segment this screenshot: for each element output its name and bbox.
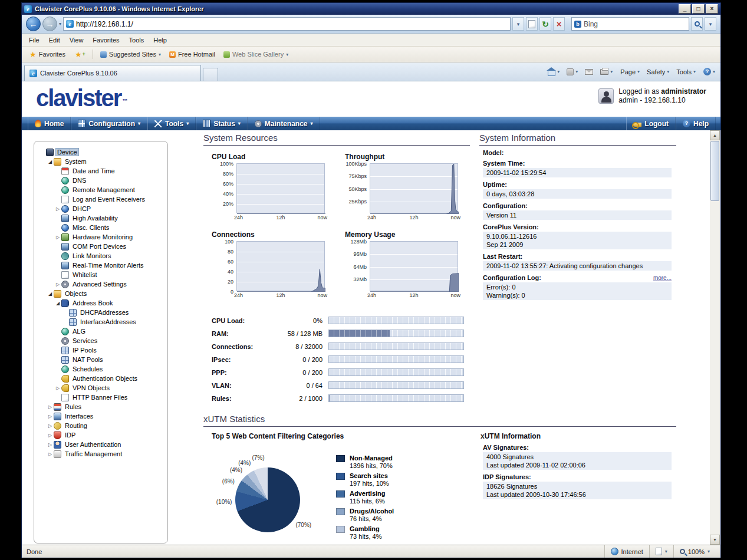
tree-item-dhcpaddresses[interactable]: DHCPAddresses (37, 308, 165, 317)
scroll-down-button[interactable]: ▼ (710, 535, 720, 545)
forward-button[interactable]: → (42, 17, 57, 31)
more-link[interactable]: more... (653, 275, 672, 281)
menu-item-edit[interactable]: Edit (44, 35, 65, 45)
tree-item-address-book[interactable]: ◢Address Book (37, 298, 165, 308)
expand-arrow-icon[interactable]: ▷ (54, 282, 61, 287)
expand-arrow-icon[interactable]: ▷ (47, 423, 54, 429)
tree-item-log-and-event-receivers[interactable]: Log and Event Receivers (37, 195, 165, 204)
nav-help[interactable]: Help (676, 117, 716, 130)
search-button[interactable] (691, 17, 703, 31)
scroll-up-button[interactable]: ▲ (710, 130, 720, 140)
nav-home[interactable]: Home (28, 117, 71, 130)
tree-item-interfaceaddresses[interactable]: InterfaceAddresses (37, 317, 165, 327)
tree-item-interfaces[interactable]: ▷Interfaces (37, 411, 165, 421)
tree-item-date-and-time[interactable]: Date and Time (37, 166, 165, 176)
tree-item-real-time-monitor-alerts[interactable]: Real-Time Monitor Alerts (37, 261, 165, 270)
history-dropdown-icon[interactable]: ▾ (59, 21, 61, 27)
favorites-bar-item-web-slice-gallery[interactable]: Web Slice Gallery▾ (219, 49, 292, 60)
tree-item-nat-pools[interactable]: NAT Pools (37, 355, 165, 364)
scrollbar-thumb[interactable] (710, 141, 719, 201)
tree-item-ip-pools[interactable]: IP Pools (37, 345, 165, 355)
minimize-button[interactable]: _ (679, 4, 691, 14)
search-dropdown-button[interactable]: ▾ (705, 17, 716, 31)
tree-item-user-authentication[interactable]: ▷User Authentication (37, 440, 165, 449)
tree-item-schedules[interactable]: Schedules (37, 364, 165, 374)
tree-item-traffic-management[interactable]: ▷Traffic Management (37, 449, 165, 459)
tree-item-vpn-objects[interactable]: ▷VPN Objects (37, 383, 165, 393)
refresh-button[interactable]: ↻ (539, 17, 551, 31)
expand-arrow-icon[interactable]: ▷ (54, 235, 61, 240)
expand-arrow-icon[interactable]: ▷ (54, 386, 61, 391)
address-dropdown-button[interactable]: ▾ (512, 17, 524, 31)
title-bar[interactable]: e Clavister CorePlus 9.10.06 - Windows I… (22, 3, 720, 15)
help-button[interactable]: ?▾ (700, 65, 718, 79)
tree-item-objects[interactable]: ◢Objects (37, 289, 165, 298)
favorites-bar-item-free-hotmail[interactable]: Free Hotmail (165, 49, 219, 60)
nav-maintenance[interactable]: Maintenance▾ (248, 117, 320, 130)
zoom-control[interactable]: 100%▾ (673, 545, 716, 558)
favorites-bar-item-suggested-sites[interactable]: Suggested Sites▾ (96, 49, 165, 60)
menu-item-favorites[interactable]: Favorites (88, 35, 124, 45)
read-mail-button[interactable] (582, 65, 596, 79)
tree-item-whitelist[interactable]: Whitelist (37, 270, 165, 279)
tree-item-http-banner-files[interactable]: HTTP Banner Files (37, 393, 165, 402)
compatibility-view-button[interactable] (526, 17, 538, 31)
page-scrollbar[interactable]: ▲ ▼ (710, 130, 720, 545)
tree-item-system[interactable]: ◢System (37, 157, 165, 166)
address-field[interactable]: e (63, 17, 511, 31)
command-tools-button[interactable]: Tools▾ (673, 65, 699, 79)
command-page-button[interactable]: Page▾ (617, 65, 643, 79)
new-tab-button[interactable] (203, 68, 218, 81)
tree-item-link-monitors[interactable]: Link Monitors (37, 251, 165, 261)
tree-item-dns[interactable]: DNS (37, 176, 165, 185)
tree-item-dhcp[interactable]: ▷DHCP (37, 204, 165, 213)
menu-item-help[interactable]: Help (149, 35, 172, 45)
maximize-button[interactable]: □ (692, 4, 705, 14)
tree-item-remote-management[interactable]: Remote Management (37, 185, 165, 195)
page-mode-indicator[interactable]: ▾ (649, 545, 673, 558)
expand-arrow-icon[interactable]: ▷ (47, 452, 54, 457)
expand-arrow-icon[interactable]: ▷ (47, 442, 54, 447)
search-input[interactable] (584, 20, 686, 28)
tree-item-device[interactable]: Device (37, 147, 165, 157)
tab-clavister-coreplus[interactable]: e Clavister CorePlus 9.10.06 (24, 65, 201, 81)
tree-item-misc-clients[interactable]: Misc. Clients (37, 223, 165, 232)
search-box[interactable]: b (571, 17, 689, 31)
menu-item-view[interactable]: View (65, 35, 88, 45)
tree-item-high-availability[interactable]: High Availability (37, 213, 165, 223)
tree-item-authentication-objects[interactable]: Authentication Objects (37, 374, 165, 383)
collapse-arrow-icon[interactable]: ◢ (47, 159, 54, 164)
tree-item-routing[interactable]: ▷Routing (37, 421, 165, 430)
back-button[interactable]: ← (26, 17, 41, 31)
legend-name: Gambling (350, 525, 381, 533)
tree-item-hardware-monitoring[interactable]: ▷Hardware Monitoring (37, 232, 165, 242)
close-button[interactable]: × (706, 4, 718, 14)
nav-tools[interactable]: Tools▾ (147, 117, 196, 130)
stop-button[interactable]: × (553, 17, 565, 31)
expand-arrow-icon[interactable]: ▷ (47, 404, 54, 410)
expand-arrow-icon[interactable]: ▷ (54, 206, 61, 212)
menu-item-file[interactable]: File (24, 35, 44, 45)
nav-logout[interactable]: Logout (626, 117, 676, 130)
tree-item-alg[interactable]: ALG (37, 327, 165, 336)
expand-arrow-icon[interactable]: ▷ (47, 433, 54, 438)
add-to-favorites-bar-button[interactable]: ★+ (71, 48, 90, 61)
collapse-arrow-icon[interactable]: ◢ (54, 301, 61, 306)
chart-title: Throughput (345, 153, 470, 161)
tree-item-services[interactable]: Services (37, 336, 165, 345)
command-safety-button[interactable]: Safety▾ (643, 65, 673, 79)
expand-arrow-icon[interactable]: ▷ (47, 414, 54, 419)
home-button[interactable]: ▾ (545, 65, 562, 79)
tree-item-rules[interactable]: ▷Rules (37, 402, 165, 411)
address-input[interactable] (76, 20, 508, 28)
tree-item-advanced-settings[interactable]: ▷Advanced Settings (37, 279, 165, 289)
favorites-button[interactable]: ★ Favorites (25, 48, 70, 61)
tree-item-com-port-devices[interactable]: COM Port Devices (37, 242, 165, 251)
nav-status[interactable]: Status▾ (196, 117, 248, 130)
feeds-button[interactable]: ▾ (564, 65, 581, 79)
menu-item-tools[interactable]: Tools (124, 35, 149, 45)
print-button[interactable]: ▾ (597, 65, 616, 79)
nav-configuration[interactable]: Configuration▾ (71, 117, 147, 130)
collapse-arrow-icon[interactable]: ◢ (47, 291, 54, 297)
tree-item-idp[interactable]: ▷IDP (37, 430, 165, 440)
